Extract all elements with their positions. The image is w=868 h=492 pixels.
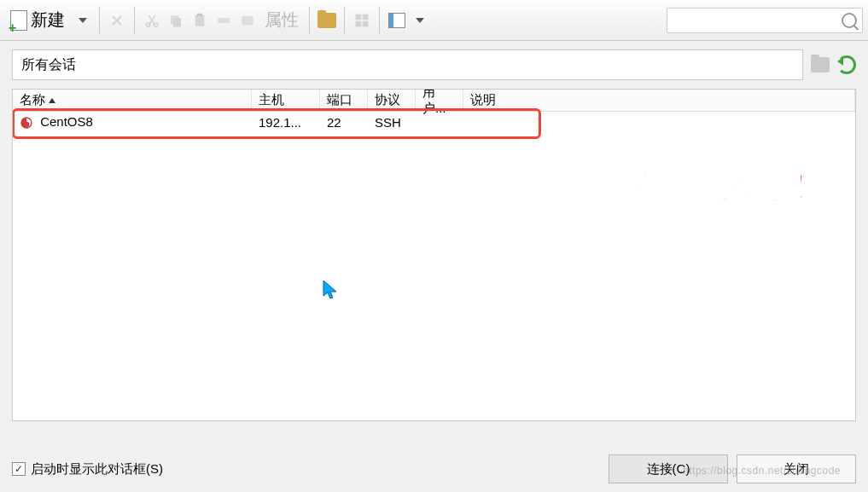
separator <box>134 7 135 34</box>
session-list: 名称 主机 端口 协议 用户... 说明 CentOS8 192.1... 22… <box>12 89 856 421</box>
new-button[interactable]: 新建 <box>5 5 70 35</box>
column-protocol-label: 协议 <box>375 92 400 108</box>
properties-label[interactable]: 属性 <box>261 9 302 32</box>
row-protocol: SSH <box>375 115 401 130</box>
cursor-icon <box>322 279 339 301</box>
path-input[interactable]: 所有会话 <box>12 49 803 80</box>
row-port: 22 <box>327 115 341 130</box>
grid-icon <box>352 10 372 31</box>
search-input[interactable] <box>667 8 863 33</box>
svg-rect-7 <box>242 15 253 25</box>
delete-icon <box>107 10 127 31</box>
layout-icon[interactable] <box>387 10 407 31</box>
column-protocol[interactable]: 协议 <box>368 90 416 111</box>
show-on-startup-checkbox[interactable]: ✓ 启动时显示此对话框(S) <box>12 461 163 478</box>
column-user-label: 用户... <box>422 89 456 117</box>
separator <box>344 7 345 34</box>
new-dropdown-arrow-icon[interactable] <box>79 18 87 23</box>
svg-rect-5 <box>197 13 202 15</box>
svg-point-1 <box>154 23 158 27</box>
refresh-icon[interactable] <box>837 55 856 74</box>
sort-asc-icon <box>49 98 55 103</box>
column-name-label: 名称 <box>20 92 45 108</box>
layout-dropdown-arrow-icon[interactable] <box>416 18 424 23</box>
svg-point-0 <box>146 23 150 27</box>
column-description[interactable]: 说明 <box>463 90 855 111</box>
svg-rect-11 <box>363 20 369 26</box>
separator <box>309 7 310 34</box>
success-annotation: 创建成功！ <box>633 163 821 211</box>
list-header: 名称 主机 端口 协议 用户... 说明 <box>13 90 855 112</box>
path-bar: 所有会话 <box>0 41 868 89</box>
separator <box>99 7 100 34</box>
column-host[interactable]: 主机 <box>252 90 320 111</box>
new-folder-icon[interactable] <box>810 55 830 75</box>
path-value: 所有会话 <box>21 56 76 74</box>
svg-rect-6 <box>218 18 230 23</box>
toolbar: 新建 属性 <box>0 0 868 41</box>
column-user[interactable]: 用户... <box>416 90 463 111</box>
checkbox-label: 启动时显示此对话框(S) <box>31 461 163 478</box>
new-file-icon <box>10 10 27 31</box>
svg-rect-3 <box>173 18 181 27</box>
cut-icon <box>142 10 162 31</box>
svg-rect-10 <box>356 20 362 26</box>
properties-icon <box>237 10 258 31</box>
row-host: 192.1... <box>259 115 301 130</box>
checkbox-icon: ✓ <box>12 462 26 476</box>
separator <box>379 7 380 34</box>
paste-icon <box>189 10 210 31</box>
search-icon <box>842 13 857 28</box>
svg-rect-8 <box>356 14 362 20</box>
new-button-label: 新建 <box>31 9 65 32</box>
row-name: CentOS8 <box>40 114 93 129</box>
column-port[interactable]: 端口 <box>320 90 368 111</box>
column-description-label: 说明 <box>470 92 496 108</box>
session-icon <box>20 116 33 130</box>
rename-icon <box>213 10 234 31</box>
copy-icon <box>166 10 186 31</box>
column-port-label: 端口 <box>327 92 352 108</box>
open-folder-icon[interactable] <box>317 10 337 31</box>
column-host-label: 主机 <box>259 92 284 108</box>
column-name[interactable]: 名称 <box>13 90 252 111</box>
watermark: https://blog.csdn.net/shangcode <box>683 465 841 477</box>
svg-rect-9 <box>363 14 369 20</box>
svg-rect-4 <box>195 14 205 26</box>
